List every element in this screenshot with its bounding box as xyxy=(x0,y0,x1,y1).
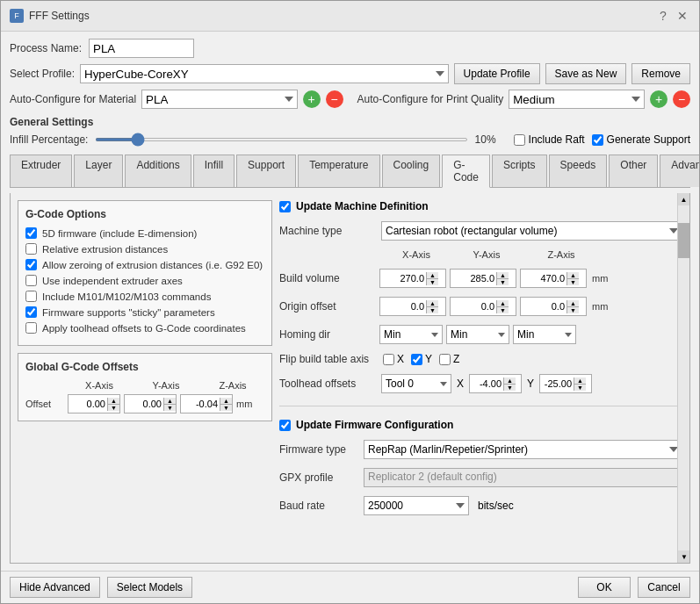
tab-other[interactable]: Other xyxy=(609,155,658,187)
homing-x-select[interactable]: MinMax xyxy=(379,325,443,344)
include-raft-checkbox[interactable] xyxy=(514,134,525,146)
z-offset-down[interactable]: ▼ xyxy=(220,405,232,411)
check-m101-input[interactable] xyxy=(25,291,37,302)
close-button[interactable]: ✕ xyxy=(675,8,690,24)
update-profile-button[interactable]: Update Profile xyxy=(454,63,540,84)
add-material-button[interactable]: + xyxy=(303,90,321,108)
select-models-button[interactable]: Select Models xyxy=(107,577,192,598)
toolhead-x-down[interactable]: ▼ xyxy=(504,385,516,391)
build-x-input[interactable] xyxy=(380,273,426,284)
baud-rate-select[interactable]: 250000 115200 57600 xyxy=(364,496,469,515)
origin-x-down[interactable]: ▼ xyxy=(427,307,438,313)
origin-x-input[interactable] xyxy=(380,301,426,312)
tab-extruder[interactable]: Extruder xyxy=(10,155,72,187)
flip-x-label[interactable]: X xyxy=(383,353,404,365)
remove-quality-button[interactable]: − xyxy=(673,90,690,108)
ok-button[interactable]: OK xyxy=(578,577,631,598)
tab-support[interactable]: Support xyxy=(236,155,296,187)
y-offset-up[interactable]: ▲ xyxy=(164,398,176,405)
flip-z-checkbox[interactable] xyxy=(439,354,451,365)
homing-z-select[interactable]: MinMax xyxy=(513,325,576,344)
build-z-input[interactable] xyxy=(521,273,566,284)
build-x-up[interactable]: ▲ xyxy=(427,272,438,279)
firmware-type-select[interactable]: RepRap (Marlin/Repetier/Sprinter) xyxy=(364,440,682,459)
tab-temperature[interactable]: Temperature xyxy=(298,155,379,187)
remove-button[interactable]: Remove xyxy=(631,63,690,84)
tab-cooling[interactable]: Cooling xyxy=(382,155,441,187)
x-offset-down[interactable]: ▼ xyxy=(108,405,119,411)
origin-x-up[interactable]: ▲ xyxy=(427,300,438,307)
profile-select[interactable]: HyperCube-CoreXY xyxy=(80,64,449,83)
check-independent-extruder-input[interactable] xyxy=(25,275,37,286)
tab-additions[interactable]: Additions xyxy=(125,155,191,187)
machine-type-select[interactable]: Cartesian robot (rectangular volume) xyxy=(381,221,682,241)
y-offset-down[interactable]: ▼ xyxy=(164,405,176,411)
build-y-input[interactable] xyxy=(451,273,496,284)
origin-z-up[interactable]: ▲ xyxy=(567,300,579,307)
homing-y-select[interactable]: MinMax xyxy=(446,325,509,344)
x-offset-input[interactable] xyxy=(69,399,107,409)
flip-y-label[interactable]: Y xyxy=(411,353,432,365)
scrollbar-thumb[interactable] xyxy=(678,223,689,258)
toolhead-x-up[interactable]: ▲ xyxy=(504,378,516,385)
process-name-input[interactable] xyxy=(89,39,194,58)
update-firmware-checkbox[interactable] xyxy=(279,420,291,431)
flip-y-text: Y xyxy=(425,353,432,365)
include-raft-checkbox-label[interactable]: Include Raft xyxy=(514,133,585,146)
scroll-down-button[interactable]: ▼ xyxy=(678,550,690,563)
toolhead-y-input[interactable] xyxy=(540,378,574,389)
build-z-arrows: ▲ ▼ xyxy=(566,272,579,285)
infill-slider[interactable] xyxy=(95,138,467,141)
flip-x-checkbox[interactable] xyxy=(383,354,394,365)
remove-material-button[interactable]: − xyxy=(326,90,343,108)
flip-z-label[interactable]: Z xyxy=(439,353,459,365)
scrollbar[interactable]: ▲ ▼ xyxy=(677,193,689,563)
x-offset-up[interactable]: ▲ xyxy=(108,398,119,405)
z-offset-input[interactable] xyxy=(181,399,220,409)
toolhead-y-down[interactable]: ▼ xyxy=(574,385,586,391)
divider xyxy=(279,406,682,406)
tab-layer[interactable]: Layer xyxy=(74,155,123,187)
generate-support-checkbox-label[interactable]: Generate Support xyxy=(592,133,690,146)
help-button[interactable]: ? xyxy=(655,8,671,24)
origin-y-up[interactable]: ▲ xyxy=(497,300,509,307)
update-machine-checkbox[interactable] xyxy=(279,201,291,212)
check-allow-zeroing-input[interactable] xyxy=(25,259,37,270)
toolhead-y-up[interactable]: ▲ xyxy=(574,378,586,385)
homing-dir-row: Homing dir MinMax MinMax MinMax xyxy=(279,325,682,344)
tab-scripts[interactable]: Scripts xyxy=(492,155,547,187)
auto-quality-select[interactable]: Medium xyxy=(509,90,645,109)
scroll-up-button[interactable]: ▲ xyxy=(678,193,689,205)
offset-row: Offset ▲ ▼ ▲ xyxy=(25,394,264,413)
tab-infill[interactable]: Infill xyxy=(193,155,235,187)
check-toolhead-offsets-input[interactable] xyxy=(25,322,37,334)
toolhead-x-input[interactable] xyxy=(470,378,503,389)
check-relative-extrusion-input[interactable] xyxy=(25,243,37,255)
tab-advanced[interactable]: Advanced xyxy=(660,155,699,187)
build-z-up[interactable]: ▲ xyxy=(567,272,579,279)
add-quality-button[interactable]: + xyxy=(650,90,668,108)
origin-y-input[interactable] xyxy=(451,301,496,312)
build-x-down[interactable]: ▼ xyxy=(427,279,438,285)
update-machine-row: Update Machine Definition xyxy=(279,200,682,212)
flip-y-checkbox[interactable] xyxy=(411,354,422,365)
origin-y-down[interactable]: ▼ xyxy=(497,307,509,313)
build-y-up[interactable]: ▲ xyxy=(497,272,509,279)
check-5d-firmware-input[interactable] xyxy=(25,227,37,239)
hide-advanced-button[interactable]: Hide Advanced xyxy=(10,577,100,598)
tab-gcode[interactable]: G-Code xyxy=(442,155,490,188)
y-offset-input[interactable] xyxy=(125,399,163,409)
toolhead-tool-select[interactable]: Tool 0Tool 1 xyxy=(381,374,451,393)
tab-speeds[interactable]: Speeds xyxy=(549,155,608,187)
check-sticky-input[interactable] xyxy=(25,306,37,318)
cancel-button[interactable]: Cancel xyxy=(638,577,690,598)
generate-support-checkbox[interactable] xyxy=(592,134,603,146)
origin-z-down[interactable]: ▼ xyxy=(567,307,579,313)
build-y-down[interactable]: ▼ xyxy=(497,279,509,285)
build-z-down[interactable]: ▼ xyxy=(567,279,579,285)
z-offset-spinbox: ▲ ▼ xyxy=(180,394,233,413)
z-offset-up[interactable]: ▲ xyxy=(220,398,232,405)
origin-z-input[interactable] xyxy=(521,301,566,312)
auto-material-select[interactable]: PLA xyxy=(141,90,297,109)
save-as-new-button[interactable]: Save as New xyxy=(545,63,627,84)
